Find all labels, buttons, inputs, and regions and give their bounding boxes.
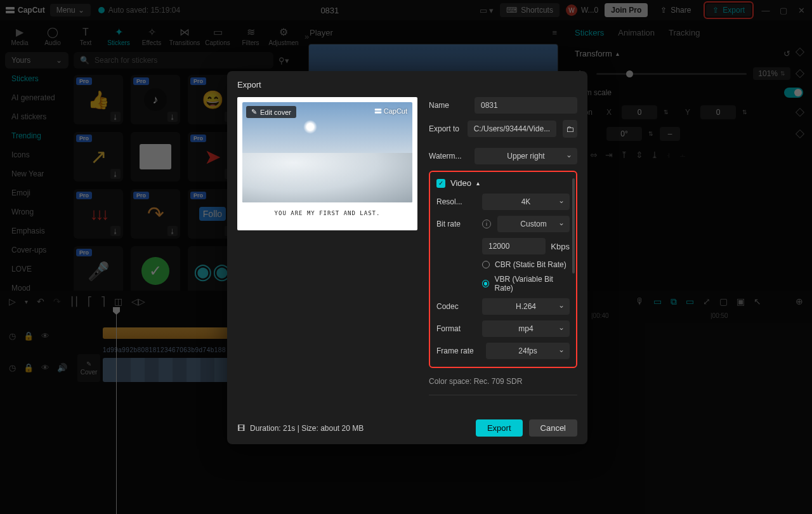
codec-label: Codec [436,302,476,311]
resolution-label: Resol... [436,197,476,206]
watermark-label: Waterm... [429,152,468,161]
video-section-toggle[interactable]: ✓ Video ▴ [436,178,570,188]
pencil-icon: ✎ [251,108,257,116]
framerate-label: Frame rate [436,346,480,355]
video-settings-block: ✓ Video ▴ Resol... 4K Bit rate i Custom … [429,171,577,368]
format-label: Format [436,324,476,333]
bitrate-label: Bit rate [436,220,476,228]
film-icon: 🎞 [237,424,245,433]
cbr-radio[interactable]: CBR (Static Bit Rate) [482,260,570,269]
duration-info: 🎞 Duration: 21s | Size: about 20 MB [237,424,469,433]
modal-title: Export [237,80,577,89]
bitrate-select[interactable]: Custom [497,216,570,232]
browse-folder-button[interactable]: 🗀 [563,120,577,138]
sun-graphic [303,120,317,134]
divider [429,395,577,395]
bitrate-unit: Kbps [551,242,570,251]
clouds-graphic [242,153,412,202]
folder-icon: 🗀 [566,124,574,134]
cancel-button[interactable]: Cancel [529,419,577,437]
colorspace-text: Color space: Rec. 709 SDR [429,377,577,386]
bitrate-number-input[interactable]: 12000 [482,238,546,254]
format-select[interactable]: mp4 [482,320,570,337]
name-input[interactable]: 0831 [475,97,577,114]
resolution-select[interactable]: 4K [482,194,570,210]
edit-cover-button[interactable]: ✎Edit cover [246,106,296,118]
video-checkbox[interactable]: ✓ [436,179,445,188]
svg-rect-2 [374,109,381,110]
codec-select[interactable]: H.264 [482,298,570,315]
vbr-radio[interactable]: VBR (Variable Bit Rate) [482,275,570,293]
svg-rect-3 [374,112,381,114]
export-to-label: Export to [429,124,461,133]
info-icon[interactable]: i [482,220,491,228]
name-label: Name [429,101,468,110]
export-to-input[interactable]: C:/Users/93444/Vide... [468,121,557,137]
capcut-watermark: CapCut [374,107,407,115]
export-confirm-button[interactable]: Export [476,419,523,437]
framerate-select[interactable]: 24fps [486,343,570,359]
export-modal: Export ✎Edit cover CapCut YOU ARE MY FIR… [227,71,587,444]
watermark-select[interactable]: Upper right [475,148,577,164]
cover-preview: ✎Edit cover CapCut YOU ARE MY FIRST AND … [237,97,417,230]
cover-caption: YOU ARE MY FIRST AND LAST. [242,210,412,216]
scrollbar[interactable] [572,178,575,273]
chevron-up-icon: ▴ [476,180,480,187]
